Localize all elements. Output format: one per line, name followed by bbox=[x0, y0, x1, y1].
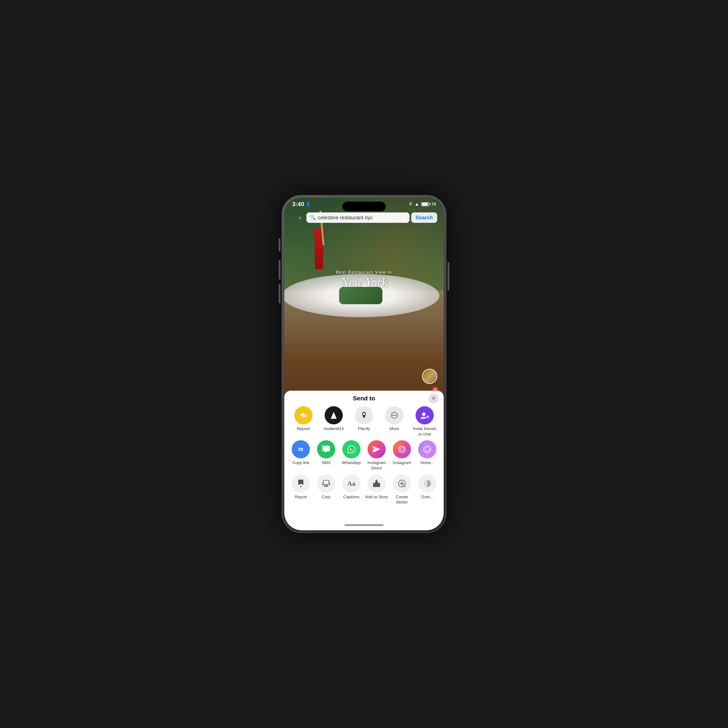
captions-icon: Aa bbox=[343, 474, 361, 492]
volume-up-button[interactable] bbox=[279, 260, 280, 280]
share-option-more[interactable]: More bbox=[381, 406, 408, 431]
duet-icon bbox=[418, 474, 436, 492]
repost-label: Repost bbox=[297, 426, 310, 431]
video-background: Best Restaurant View in New York bbox=[284, 198, 444, 404]
svg-point-12 bbox=[424, 446, 431, 453]
hxallen-icon bbox=[324, 406, 343, 424]
create-sticker-icon bbox=[393, 474, 411, 492]
svg-point-3 bbox=[392, 414, 393, 416]
whatsapp-icon bbox=[343, 440, 361, 459]
svg-point-5 bbox=[395, 414, 396, 416]
instagram-label: Instagram bbox=[393, 460, 411, 466]
share-row-1: Repost hxallen814 bbox=[289, 406, 439, 437]
back-button[interactable]: ‹ bbox=[295, 213, 305, 222]
grid-dots-icon: ⠿ bbox=[409, 202, 412, 206]
search-bar: ‹ 🔍 celestine restaurant nyc Search bbox=[295, 213, 437, 223]
search-button[interactable]: Search bbox=[411, 213, 437, 223]
svg-point-10 bbox=[400, 448, 404, 451]
share-option-placify[interactable]: Placify bbox=[350, 406, 378, 431]
create-sticker-label: Create sticker bbox=[391, 494, 413, 505]
battery-pct: 74 bbox=[431, 202, 436, 206]
whatsapp-label: WhatsApp bbox=[342, 460, 361, 466]
food bbox=[339, 287, 382, 304]
svg-point-1 bbox=[363, 413, 365, 415]
svg-point-11 bbox=[404, 447, 404, 448]
dynamic-island bbox=[343, 202, 385, 211]
stories-icon bbox=[418, 440, 436, 459]
person-icon: 👤 bbox=[306, 202, 311, 207]
add-to-story-icon bbox=[367, 474, 385, 492]
instagram-direct-icon bbox=[367, 440, 385, 459]
svg-point-6 bbox=[422, 413, 425, 416]
home-indicator[interactable] bbox=[344, 524, 384, 526]
share-option-invite[interactable]: Invite friends to chat bbox=[411, 406, 439, 437]
invite-icon bbox=[416, 406, 434, 424]
share-row-3: Report bbox=[289, 474, 439, 505]
search-icon: 🔍 bbox=[310, 215, 316, 220]
drink-glass bbox=[312, 228, 326, 271]
share-option-report[interactable]: Report bbox=[289, 474, 312, 500]
sheet-header: Send to ✕ bbox=[289, 395, 439, 402]
copy-link-icon bbox=[292, 440, 310, 459]
share-options-grid: Repost hxallen814 bbox=[289, 406, 439, 505]
search-input-wrap[interactable]: 🔍 celestine restaurant nyc bbox=[306, 213, 410, 223]
phone-frame: 3:40 👤 ⠿ ▲ 74 bbox=[282, 195, 446, 533]
share-option-captions[interactable]: Aa Captions bbox=[340, 474, 363, 500]
duet-label: Duel... bbox=[421, 494, 433, 500]
svg-marker-0 bbox=[331, 412, 337, 419]
share-row-2: Copy link SMS bbox=[289, 440, 439, 471]
share-option-whatsapp[interactable]: WhatsApp bbox=[340, 440, 363, 466]
share-option-instagram-direct[interactable]: Instagram Direct bbox=[365, 440, 388, 471]
invite-label: Invite friends to chat bbox=[411, 426, 439, 437]
share-option-create-sticker[interactable]: Create sticker bbox=[391, 474, 413, 505]
sms-label: SMS bbox=[321, 460, 330, 466]
share-option-copy-link[interactable]: Copy link bbox=[289, 440, 312, 466]
share-option-add-to-story[interactable]: Add to Story bbox=[365, 474, 388, 500]
sheet-title: Send to bbox=[353, 395, 375, 402]
captions-label: Captions bbox=[343, 494, 359, 500]
mute-button[interactable] bbox=[279, 239, 280, 251]
video-text-overlay: Best Restaurant View in New York bbox=[336, 270, 392, 289]
battery-indicator: 74 bbox=[421, 202, 436, 206]
svg-point-13 bbox=[425, 447, 430, 451]
volume-down-button[interactable] bbox=[279, 284, 280, 303]
repost-icon bbox=[294, 406, 312, 424]
time-display: 3:40 bbox=[292, 201, 304, 208]
instagram-icon bbox=[393, 440, 411, 459]
instagram-direct-label: Instagram Direct bbox=[365, 460, 388, 471]
hxallen-label: hxallen814 bbox=[324, 426, 344, 431]
status-time-area: 3:40 👤 bbox=[292, 201, 311, 208]
status-icons-area: ⠿ ▲ 74 bbox=[409, 201, 436, 207]
power-button[interactable] bbox=[448, 262, 449, 291]
add-to-story-label: Add to Story bbox=[365, 494, 388, 500]
profile-avatar[interactable] bbox=[422, 369, 437, 384]
overlay-line2: New York bbox=[336, 276, 392, 289]
share-option-instagram[interactable]: Instagram bbox=[391, 440, 413, 466]
screen-content: 3:40 👤 ⠿ ▲ 74 bbox=[284, 198, 444, 530]
share-option-hxallen[interactable]: hxallen814 bbox=[320, 406, 347, 431]
close-button[interactable]: ✕ bbox=[428, 393, 439, 404]
copy-link-label: Copy link bbox=[292, 460, 309, 466]
share-option-sms[interactable]: SMS bbox=[315, 440, 338, 466]
phone-screen: 3:40 👤 ⠿ ▲ 74 bbox=[284, 198, 444, 530]
svg-point-14 bbox=[300, 486, 301, 487]
search-query-text: celestine restaurant nyc bbox=[318, 214, 406, 221]
svg-rect-15 bbox=[323, 480, 329, 485]
share-option-cast[interactable]: Cast bbox=[315, 474, 338, 500]
cast-label: Cast bbox=[322, 494, 330, 500]
svg-point-4 bbox=[394, 414, 395, 416]
share-option-duet[interactable]: Duel... bbox=[416, 474, 439, 500]
wifi-icon: ▲ bbox=[414, 201, 419, 207]
report-icon bbox=[292, 474, 310, 492]
more-icon bbox=[385, 406, 404, 424]
share-option-stories[interactable]: Stone... bbox=[416, 440, 439, 466]
placify-icon bbox=[355, 406, 373, 424]
share-option-repost[interactable]: Repost bbox=[289, 406, 317, 431]
share-sheet: Send to ✕ bbox=[284, 391, 444, 530]
more-label: More bbox=[390, 426, 399, 431]
cast-icon bbox=[317, 474, 335, 492]
placify-label: Placify bbox=[358, 426, 370, 431]
sms-icon bbox=[317, 440, 335, 459]
stories-label: Stone... bbox=[420, 460, 434, 466]
report-label: Report bbox=[295, 494, 307, 500]
